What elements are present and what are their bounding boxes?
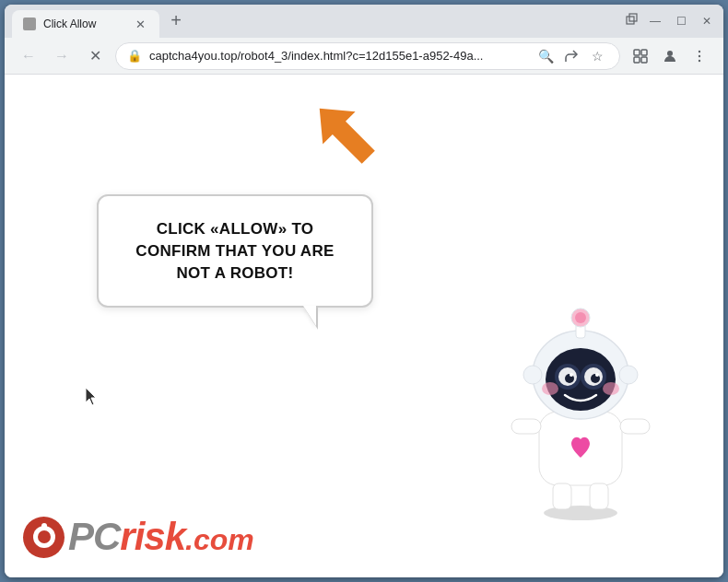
svg-point-34: [523, 366, 542, 384]
svg-point-7: [667, 51, 673, 56]
maximize-button[interactable]: ☐: [672, 12, 690, 30]
svg-point-33: [575, 312, 586, 323]
svg-point-0: [24, 18, 35, 29]
svg-point-9: [699, 54, 700, 56]
toolbar-actions: [628, 43, 712, 69]
svg-point-27: [569, 373, 573, 377]
svg-rect-5: [634, 57, 640, 63]
svg-point-10: [699, 59, 700, 61]
url-bar[interactable]: 🔒 captcha4you.top/robot4_3/index.html?c=…: [115, 42, 620, 70]
active-tab[interactable]: Click Allow ✕: [12, 10, 159, 38]
url-text: captcha4you.top/robot4_3/index.html?c=12…: [149, 49, 527, 63]
robot-character: [493, 283, 668, 522]
svg-rect-14: [511, 419, 541, 434]
title-bar: Click Allow ✕ + — ☐ ✕: [5, 5, 723, 38]
page-content: CLICK «ALLOW» TO CONFIRM THAT YOU ARE NO…: [5, 75, 723, 577]
tab-area: Click Allow ✕ +: [12, 5, 615, 38]
pcrisk-icon: [23, 517, 65, 558]
close-button[interactable]: ✕: [698, 12, 716, 30]
svg-rect-17: [590, 483, 608, 509]
browser-window: Click Allow ✕ + — ☐ ✕ ← → ✕ 🔒 captcha4yo…: [5, 5, 723, 577]
address-bar: ← → ✕ 🔒 captcha4you.top/robot4_3/index.h…: [5, 38, 723, 75]
url-actions: 🔍 ☆: [534, 45, 608, 67]
svg-point-38: [38, 530, 51, 543]
svg-rect-3: [634, 50, 640, 55]
menu-button[interactable]: [687, 43, 712, 69]
profile-button[interactable]: [657, 43, 683, 69]
svg-point-35: [619, 366, 638, 384]
extensions-button[interactable]: [628, 43, 653, 69]
svg-point-28: [595, 373, 599, 377]
reload-button[interactable]: ✕: [82, 43, 108, 69]
svg-rect-2: [629, 14, 637, 21]
window-controls: — ☐ ✕: [626, 12, 716, 30]
pc-text: PC: [68, 515, 120, 558]
bookmark-button[interactable]: ☆: [586, 45, 608, 67]
tab-title: Click Allow: [43, 17, 124, 30]
forward-button[interactable]: →: [49, 43, 75, 69]
svg-rect-4: [641, 50, 647, 55]
svg-rect-6: [641, 57, 647, 63]
svg-point-29: [542, 382, 558, 395]
svg-point-8: [699, 50, 700, 52]
pcrisk-logo: PCrisk.com: [23, 515, 254, 559]
minimize-button[interactable]: —: [646, 12, 664, 30]
svg-marker-11: [309, 93, 382, 173]
restore-down-icon: [626, 12, 639, 25]
share-button[interactable]: [560, 45, 582, 67]
tab-close-button[interactable]: ✕: [132, 16, 148, 32]
svg-point-39: [41, 523, 47, 529]
svg-rect-1: [627, 17, 634, 24]
speech-bubble: CLICK «ALLOW» TO CONFIRM THAT YOU ARE NO…: [97, 194, 373, 308]
svg-point-30: [603, 382, 619, 395]
back-button[interactable]: ←: [16, 43, 41, 69]
bubble-text: CLICK «ALLOW» TO CONFIRM THAT YOU ARE NO…: [124, 218, 346, 284]
tab-favicon: [23, 17, 36, 30]
svg-rect-15: [620, 419, 650, 434]
risk-text: risk: [120, 515, 185, 558]
mouse-cursor: [86, 388, 99, 410]
pcrisk-brand-text: PCrisk.com: [68, 515, 254, 559]
svg-rect-16: [553, 483, 571, 509]
domain-text: .com: [185, 523, 254, 556]
new-tab-button[interactable]: +: [163, 7, 189, 33]
lock-icon: 🔒: [127, 49, 142, 63]
search-icon-button[interactable]: 🔍: [534, 45, 557, 67]
